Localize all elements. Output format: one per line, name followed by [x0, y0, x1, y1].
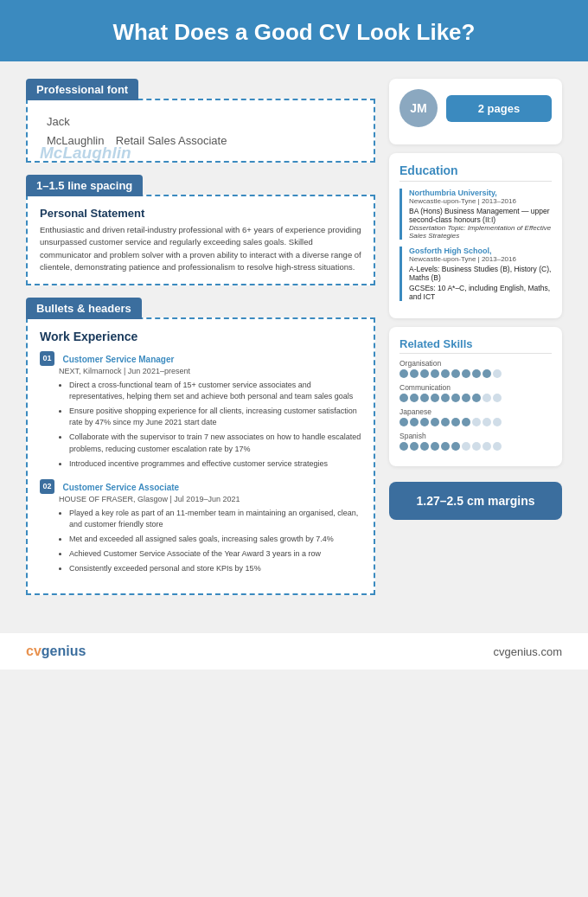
edu-entry-2: Gosforth High School, Newcastle-upon-Tyn…	[399, 247, 552, 301]
job-entry-1: 01 Customer Service Manager NEXT, Kilmar…	[40, 350, 361, 470]
dot	[462, 418, 470, 426]
edu-entry-1: Northumbria University, Newcastle-upon-T…	[399, 189, 552, 240]
skills-heading: Related Skills	[399, 337, 552, 354]
job-entry-2: 02 Customer Service Associate HOUSE OF F…	[40, 478, 361, 575]
edu-diss-1: Dissertation Topic: Implementation of Ef…	[409, 224, 552, 240]
job-1-number: 01	[40, 351, 54, 366]
skill-japanese-dots	[399, 418, 552, 426]
avatar-pages-row: JM 2 pages	[399, 89, 552, 127]
line-spacing-label: 1–1.5 line spacing	[26, 175, 143, 196]
dot	[472, 394, 481, 402]
dot	[441, 418, 450, 426]
job-2-title: Customer Service Associate	[62, 483, 179, 492]
skill-spanish-dots	[399, 442, 552, 451]
job-1-header: 01 Customer Service Manager	[40, 350, 361, 366]
dot	[462, 442, 470, 451]
dot	[472, 369, 481, 378]
dot	[410, 418, 419, 426]
dot	[410, 394, 419, 402]
dot	[399, 418, 408, 426]
skill-communication: Communication	[399, 383, 552, 402]
skill-organisation-label: Organisation	[399, 359, 552, 368]
edu-gcse-2: GCSEs: 10 A*–C, including English, Maths…	[409, 284, 552, 301]
line-spacing-section: 1–1.5 line spacing Personal Statement En…	[26, 175, 375, 294]
skill-spanish-label: Spanish	[399, 432, 552, 440]
job-2-bullets: Played a key role as part of an 11-membe…	[59, 508, 361, 574]
skill-japanese: Japanese	[399, 407, 552, 426]
dot	[451, 369, 460, 378]
skill-organisation: Organisation	[399, 359, 552, 378]
footer-logo: cvgenius	[26, 644, 86, 659]
skills-card: Related Skills Organisation Commu	[389, 327, 562, 466]
name-card: Jack McLaughlin Retail Sales Associate M…	[26, 99, 375, 163]
pages-badge: 2 pages	[446, 95, 552, 122]
education-heading: Education	[399, 163, 552, 182]
left-column: Professional font Jack McLaughlin Retail…	[26, 79, 375, 607]
dot	[399, 442, 408, 451]
dot	[493, 418, 502, 426]
job-1-meta: NEXT, Kilmarnock | Jun 2021–present	[59, 367, 361, 375]
avatar: JM	[399, 89, 438, 127]
dot	[431, 442, 439, 451]
skill-japanese-label: Japanese	[399, 407, 552, 416]
dot	[431, 394, 439, 402]
dot	[493, 369, 502, 378]
dot	[493, 442, 502, 451]
job-2-header: 02 Customer Service Associate	[40, 478, 361, 494]
job-1-bullets: Direct a cross-functional team of 15+ cu…	[59, 380, 361, 469]
dot	[483, 418, 491, 426]
job-2-bullet-3: Achieved Customer Service Associate of t…	[69, 548, 361, 560]
job-2-bullet-4: Consistently exceeded personal and store…	[69, 563, 361, 574]
dot	[493, 394, 502, 402]
work-experience-heading: Work Experience	[40, 330, 361, 343]
skill-communication-label: Communication	[399, 383, 552, 392]
skill-organisation-dots	[399, 369, 552, 378]
skill-spanish: Spanish	[399, 432, 552, 451]
dot	[462, 369, 470, 378]
dot	[441, 394, 450, 402]
bullets-headers-label: Bullets & headers	[26, 298, 142, 319]
job-1-bullet-4: Introduced incentive programmes and effe…	[69, 458, 361, 470]
skill-communication-dots	[399, 394, 552, 402]
page-title: What Does a Good CV Look Like?	[17, 19, 571, 46]
job-2-bullet-2: Met and exceeded all assigned sales goal…	[69, 534, 361, 545]
dot	[451, 394, 460, 402]
personal-statement-heading: Personal Statement	[40, 207, 361, 220]
edu-location-1: Newcastle-upon-Tyne | 2013–2016	[409, 197, 552, 205]
dot	[420, 418, 429, 426]
dot	[420, 369, 429, 378]
main-content: Professional font Jack McLaughlin Retail…	[0, 61, 588, 625]
work-experience-card: Work Experience 01 Customer Service Mana…	[26, 317, 375, 595]
edu-degree-1: BA (Hons) Business Management — upper se…	[409, 207, 552, 224]
page-footer: cvgenius cvgenius.com	[0, 633, 588, 670]
dot	[451, 418, 460, 426]
dot	[472, 442, 481, 451]
dot	[399, 369, 408, 378]
dot	[410, 369, 419, 378]
professional-font-label: Professional font	[26, 79, 138, 100]
dot	[441, 369, 450, 378]
edu-location-2: Newcastle-upon-Tyne | 2013–2016	[409, 255, 552, 263]
dot	[431, 369, 439, 378]
avatar-pages-card: JM 2 pages	[389, 79, 562, 144]
margins-badge: 1.27–2.5 cm margins	[389, 482, 562, 520]
personal-statement-text: Enthusiastic and driven retail-industry …	[40, 224, 361, 273]
edu-degree-2: A-Levels: Business Studies (B), History …	[409, 265, 552, 282]
professional-font-section: Professional font Jack McLaughlin Retail…	[26, 79, 375, 171]
dot	[420, 394, 429, 402]
dot	[472, 418, 481, 426]
job-2-meta: HOUSE OF FRASER, Glasgow | Jul 2019–Jun …	[59, 495, 361, 503]
dot	[483, 369, 491, 378]
education-card: Education Northumbria University, Newcas…	[389, 153, 562, 318]
edu-school-1: Northumbria University,	[409, 189, 552, 197]
personal-statement-card: Personal Statement Enthusiastic and driv…	[26, 195, 375, 285]
dot	[441, 442, 450, 451]
edu-school-2: Gosforth High School,	[409, 247, 552, 255]
dot	[451, 442, 460, 451]
dot	[462, 394, 470, 402]
dot	[399, 394, 408, 402]
job-1-bullet-2: Ensure positive shopping experience for …	[69, 406, 361, 428]
name-overlap-text: McLaughlin	[40, 144, 131, 163]
job-1-title: Customer Service Manager	[62, 355, 174, 364]
dot	[410, 442, 419, 451]
